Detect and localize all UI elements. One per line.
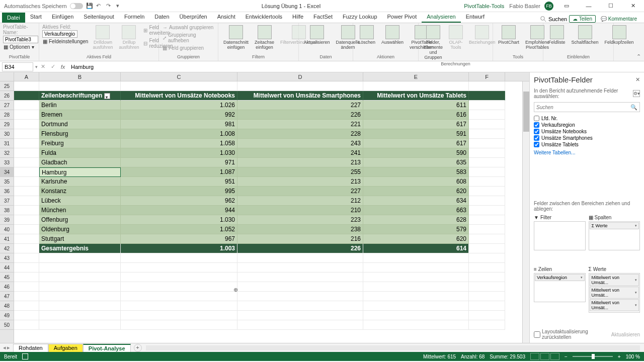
fx-icon[interactable]: fx	[58, 64, 68, 70]
cell[interactable]: 1.087	[121, 167, 237, 177]
cell[interactable]	[469, 81, 505, 91]
tab-analysieren[interactable]: Analysieren	[422, 12, 460, 23]
cell[interactable]: 583	[363, 167, 469, 177]
cell[interactable]: 635	[363, 158, 469, 167]
cell[interactable]	[363, 81, 469, 91]
active-field-input[interactable]	[42, 30, 77, 38]
sheet-tab[interactable]: Rohdaten	[13, 344, 48, 352]
cell[interactable]	[363, 311, 469, 320]
row-header[interactable]: 44	[0, 263, 14, 273]
cell[interactable]	[14, 110, 39, 120]
cell[interactable]	[14, 187, 39, 196]
tab-formeln[interactable]: Formeln	[119, 12, 149, 23]
cell[interactable]: 616	[363, 110, 469, 120]
cell[interactable]: 614	[363, 244, 469, 253]
buttons-button[interactable]: Schaltflächen	[570, 24, 601, 46]
cell[interactable]: 221	[237, 120, 363, 129]
cell[interactable]	[469, 263, 505, 273]
filter-dropdown-icon[interactable]	[104, 93, 110, 99]
cell[interactable]: 1.008	[121, 129, 237, 139]
cell[interactable]	[14, 129, 39, 139]
tab-entwurf[interactable]: Entwurf	[461, 12, 490, 23]
view-layout-icon[interactable]	[540, 353, 549, 360]
row-header[interactable]: 43	[0, 253, 14, 263]
horizontal-scrollbar[interactable]	[146, 345, 640, 350]
autosave-toggle[interactable]	[70, 3, 83, 9]
cell[interactable]	[14, 225, 39, 234]
cell[interactable]	[14, 206, 39, 215]
cell[interactable]	[14, 244, 39, 253]
cell[interactable]	[237, 311, 363, 320]
col-header-C[interactable]: C	[121, 72, 237, 81]
cell[interactable]	[14, 120, 39, 129]
cell[interactable]	[39, 282, 121, 292]
row-header[interactable]: 40	[0, 225, 14, 234]
cell[interactable]: Mittelwert von Umsätze Tablets	[363, 91, 469, 101]
fields-items-button[interactable]: Felder, Elemente und Gruppen	[422, 24, 445, 61]
field-item[interactable]: Verkaufsregion	[534, 122, 640, 128]
cell[interactable]	[237, 320, 363, 330]
tab-fuzzy lookup[interactable]: Fuzzy Lookup	[338, 12, 382, 23]
cell[interactable]: 255	[237, 167, 363, 177]
cell[interactable]: 981	[121, 120, 237, 129]
cell[interactable]: 992	[121, 110, 237, 120]
cell[interactable]: 228	[237, 129, 363, 139]
row-header[interactable]: 49	[0, 311, 14, 320]
cell[interactable]	[14, 81, 39, 91]
cell[interactable]: 628	[363, 215, 469, 225]
undo-icon[interactable]: ↶	[96, 3, 103, 10]
macro-record-icon[interactable]	[22, 353, 28, 359]
col-header-D[interactable]: D	[237, 72, 363, 81]
tab-seitenlayout[interactable]: Seitenlayout	[78, 12, 119, 23]
cell[interactable]	[14, 263, 39, 273]
cell[interactable]	[121, 263, 237, 273]
cell[interactable]: Dortmund	[39, 120, 121, 129]
cell[interactable]	[469, 282, 505, 292]
tab-hilfe[interactable]: Hilfe	[287, 12, 308, 23]
cell[interactable]: 227	[237, 187, 363, 196]
cell[interactable]: Flensburg	[39, 129, 121, 139]
view-normal-icon[interactable]	[530, 353, 539, 360]
cell[interactable]: 226	[237, 244, 363, 253]
row-header[interactable]: 26	[0, 91, 14, 101]
field-search-input[interactable]	[536, 105, 630, 110]
cell[interactable]: 210	[237, 206, 363, 215]
refresh-button[interactable]: Aktualisieren	[302, 24, 332, 46]
cell[interactable]	[469, 177, 505, 187]
select-button[interactable]: Auswählen	[379, 24, 406, 46]
cell[interactable]	[121, 282, 237, 292]
cell[interactable]	[39, 253, 121, 263]
cell[interactable]	[14, 215, 39, 225]
cell[interactable]: Konstanz	[39, 187, 121, 196]
cell[interactable]	[121, 273, 237, 282]
cell[interactable]: Mittelwert von Umsätze Notebooks	[121, 91, 237, 101]
drillup-button[interactable]: Drillup ausführen	[117, 24, 141, 51]
drilldown-button[interactable]: Drilldown ausführen	[91, 24, 115, 51]
tab-ansicht[interactable]: Ansicht	[212, 12, 240, 23]
ungroup-button[interactable]: ⤢ Gruppierung aufheben	[162, 32, 215, 44]
cell[interactable]: 213	[237, 177, 363, 187]
field-item[interactable]: Umsätze Smartphones	[534, 135, 640, 141]
cell[interactable]	[14, 282, 39, 292]
cell[interactable]	[14, 320, 39, 330]
cell[interactable]: 1.052	[121, 225, 237, 234]
comments-button[interactable]: 💬 Kommentare	[598, 16, 640, 22]
tab-file[interactable]: Datei	[2, 13, 25, 23]
cell[interactable]	[14, 167, 39, 177]
cell[interactable]	[363, 273, 469, 282]
formula-input[interactable]	[68, 63, 644, 71]
cell[interactable]	[121, 311, 237, 320]
zoom-slider[interactable]	[573, 356, 613, 357]
search-icon[interactable]	[540, 16, 546, 22]
cell[interactable]: 962	[121, 196, 237, 206]
row-header[interactable]: 50	[0, 320, 14, 330]
tab-start[interactable]: Start	[25, 12, 47, 23]
cell[interactable]: 634	[363, 196, 469, 206]
cell[interactable]	[469, 120, 505, 129]
row-header[interactable]: 41	[0, 234, 14, 244]
close-button[interactable]: ✕	[624, 0, 642, 12]
cell[interactable]: 1.030	[121, 215, 237, 225]
area-item[interactable]: Verkaufsregion	[535, 274, 585, 281]
cell[interactable]	[237, 263, 363, 273]
sheet-tab[interactable]: Pivot-Analyse	[83, 344, 131, 352]
